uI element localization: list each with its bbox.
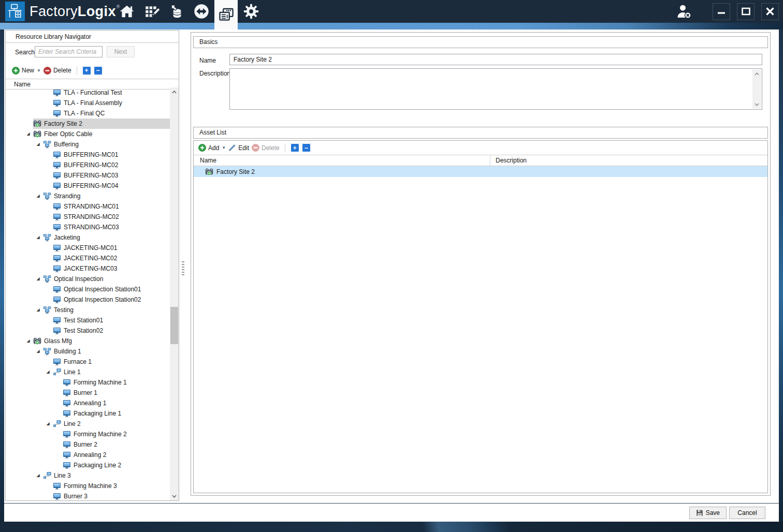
delete-asset-button[interactable]: Delete: [252, 144, 280, 152]
column-divider[interactable]: [490, 155, 490, 166]
tree-item[interactable]: Packaging Line 1: [6, 408, 170, 419]
tree-expander-icon[interactable]: ◢: [23, 336, 33, 346]
tree-item[interactable]: ◢Glass Mfg: [6, 336, 170, 346]
tree-item[interactable]: JACKETING-MC02: [6, 253, 170, 263]
maximize-button[interactable]: [737, 3, 755, 20]
tree-item[interactable]: TLA - Final QC: [6, 108, 170, 119]
tree-item[interactable]: Factory Site 2: [6, 119, 170, 129]
description-textarea[interactable]: [229, 68, 762, 110]
description-scrollbar[interactable]: [752, 69, 761, 109]
scroll-up-icon[interactable]: [170, 87, 179, 96]
tree-item[interactable]: Packaging Line 2: [6, 460, 170, 470]
tree-item[interactable]: Forming Machine 2: [6, 429, 170, 439]
tree-site-icon: [33, 337, 41, 345]
scroll-down-icon[interactable]: [752, 100, 761, 109]
tree-item[interactable]: ◢Stranding: [6, 191, 170, 201]
tree-item[interactable]: STRANDING-MC01: [6, 201, 170, 212]
close-button[interactable]: [761, 3, 779, 20]
tree-expander-icon[interactable]: ◢: [43, 367, 53, 377]
nav-data-import[interactable]: [165, 0, 188, 23]
save-floppy-icon: [696, 509, 703, 516]
tree-item[interactable]: Test Station01: [6, 315, 170, 326]
add-dropdown-caret-icon[interactable]: ▼: [222, 145, 226, 150]
tree-item[interactable]: Optical Inspection Station01: [6, 284, 170, 294]
asset-name-cell: Factory Site 2: [216, 168, 255, 175]
edit-button[interactable]: Edit: [228, 144, 249, 152]
nav-settings[interactable]: [239, 0, 263, 23]
tree-item[interactable]: BUFFERING-MC03: [6, 170, 170, 181]
minimize-button[interactable]: [713, 3, 730, 20]
tree-item-label: JACKETING-MC01: [64, 243, 120, 253]
tree-expander-icon[interactable]: ◢: [23, 129, 33, 139]
tree-item[interactable]: ◢Building 1: [6, 346, 170, 357]
nav-home[interactable]: [115, 0, 138, 23]
tree-item[interactable]: JACKETING-MC03: [6, 263, 170, 274]
tree-scrollbar-thumb[interactable]: [170, 307, 178, 344]
tree-item[interactable]: Optical Inspection Station02: [6, 294, 170, 305]
tree-expander-icon[interactable]: ◢: [33, 305, 43, 315]
tree-item[interactable]: BUFFERING-MC02: [6, 160, 170, 170]
save-button[interactable]: Save: [689, 507, 727, 519]
tree-item-label: TLA - Final Assembly: [64, 98, 125, 108]
tree-item[interactable]: Forming Machine 1: [6, 377, 170, 388]
scroll-up-icon[interactable]: [752, 69, 761, 78]
tree-expander-icon[interactable]: ◢: [33, 346, 43, 357]
tree-item[interactable]: TLA - Final Assembly: [6, 98, 170, 108]
tree-item[interactable]: Annealing 2: [6, 450, 170, 460]
scroll-down-icon[interactable]: [170, 492, 179, 500]
tree-item[interactable]: ◢Optical Inspection: [6, 274, 170, 284]
tree-toolbar: New ▼ Delete + −: [6, 63, 179, 78]
expand-all-button[interactable]: +: [291, 143, 299, 152]
tree-item[interactable]: ◢Buffering: [6, 139, 170, 150]
tree-item[interactable]: STRANDING-MC02: [6, 212, 170, 222]
expand-all-button[interactable]: +: [82, 66, 91, 75]
tree-item[interactable]: Burner 3: [6, 491, 170, 500]
new-button[interactable]: New ▼: [12, 67, 41, 75]
tree-scrollbar[interactable]: [170, 87, 179, 500]
tree-item[interactable]: ◢Testing: [6, 305, 170, 315]
tree-expander-icon[interactable]: ◢: [33, 274, 43, 284]
tree-item[interactable]: ◢Line 2: [6, 419, 170, 429]
tree-item[interactable]: Annealing 1: [6, 398, 170, 408]
cancel-button-label: Cancel: [737, 509, 757, 516]
tree-expander-icon[interactable]: ◢: [43, 419, 53, 429]
tree-item[interactable]: ◢Line 3: [6, 470, 170, 481]
tree-item[interactable]: Burner 2: [6, 439, 170, 450]
tree-item[interactable]: ◢Jacketing: [6, 232, 170, 243]
tree-item[interactable]: JACKETING-MC01: [6, 243, 170, 253]
logout-user-button[interactable]: [674, 2, 694, 21]
add-button[interactable]: Add ▼: [198, 144, 226, 152]
next-button[interactable]: Next: [107, 46, 135, 57]
tree-item[interactable]: TLA - Functional Test: [6, 87, 170, 98]
tree-item[interactable]: BUFFERING-MC04: [6, 181, 170, 191]
tree-item[interactable]: ◢Line 1: [6, 367, 170, 377]
tree-expander-icon[interactable]: ◢: [33, 470, 43, 481]
tree-item[interactable]: Forming Machine 3: [6, 481, 170, 491]
delete-button[interactable]: Delete: [44, 67, 71, 75]
tree-expander-icon[interactable]: ◢: [33, 191, 43, 201]
collapse-all-button[interactable]: −: [302, 143, 311, 152]
nav-resources[interactable]: [214, 0, 238, 29]
tree-item-label: Burner 2: [74, 439, 100, 450]
new-dropdown-caret-icon[interactable]: ▼: [37, 68, 41, 73]
tree-item-label: BUFFERING-MC02: [64, 160, 121, 170]
grid-pencil-icon: [144, 4, 160, 19]
tree-item[interactable]: Furnace 1: [6, 357, 170, 367]
asset-table-row[interactable]: Factory Site 2: [194, 166, 767, 177]
panel-splitter-grip[interactable]: [182, 261, 184, 277]
tree-item[interactable]: BUFFERING-MC01: [6, 150, 170, 160]
column-header-name[interactable]: Name: [200, 155, 216, 166]
tree-item[interactable]: STRANDING-MC03: [6, 222, 170, 232]
tree-expander-icon[interactable]: ◢: [33, 232, 43, 243]
nav-transfer[interactable]: [190, 0, 213, 23]
cancel-button[interactable]: Cancel: [729, 507, 765, 519]
tree-item[interactable]: ◢Fiber Optic Cable: [6, 129, 170, 139]
name-field[interactable]: [229, 54, 762, 65]
column-header-description[interactable]: Description: [496, 155, 527, 166]
tree-expander-icon[interactable]: ◢: [33, 139, 43, 150]
tree-item[interactable]: Test Station02: [6, 326, 170, 336]
nav-planning[interactable]: [140, 0, 163, 23]
search-input[interactable]: [35, 46, 103, 57]
collapse-all-button[interactable]: −: [94, 66, 103, 75]
tree-item[interactable]: Burner 1: [6, 388, 170, 398]
